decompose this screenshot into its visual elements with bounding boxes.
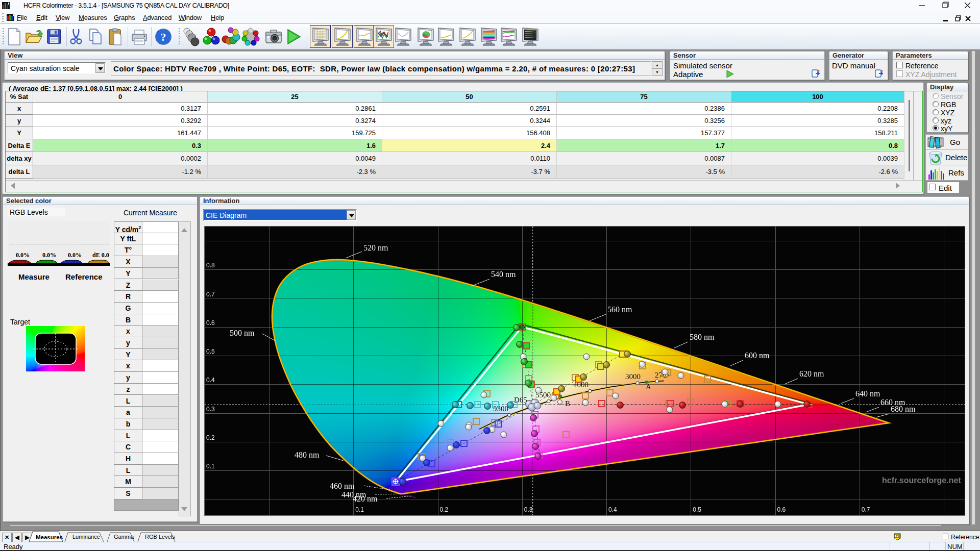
svg-text:Gamma: Gamma	[114, 534, 134, 540]
svg-text:dE 0.0: dE 0.0	[92, 252, 109, 259]
svg-text:Measures: Measures	[36, 534, 63, 540]
svg-text:0.0%: 0.0%	[16, 252, 30, 259]
svg-text:?: ?	[161, 31, 166, 43]
svg-text:0.0%: 0.0%	[42, 252, 56, 259]
svg-text:RGB Levels: RGB Levels	[145, 534, 175, 540]
svg-text:Luminance: Luminance	[72, 534, 100, 540]
svg-text:0.0%: 0.0%	[68, 252, 82, 259]
